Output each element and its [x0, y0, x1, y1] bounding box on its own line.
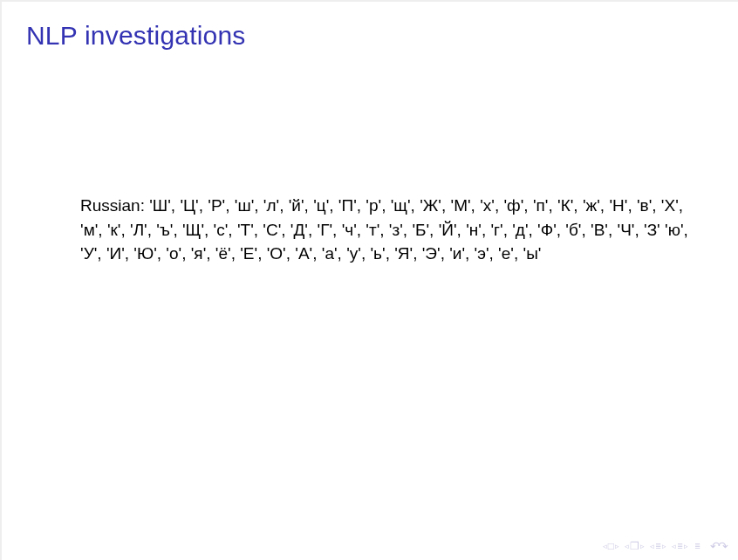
content-label: Russian: [80, 196, 145, 215]
slide-content: Russian: 'Ш', 'Ц', 'Р', 'ш', 'л', 'й', '… [80, 194, 691, 266]
triangle-right-icon: ▹ [662, 543, 666, 550]
triangle-right-icon: ▹ [684, 543, 688, 550]
lines-icon: ≡ [654, 541, 661, 551]
nav-section[interactable]: ◃ ≡ ▹ [650, 541, 666, 551]
triangle-right-icon: ▹ [640, 543, 645, 550]
beamer-nav-bar: ◃ □ ▹ ◃ ❐ ▹ ◃ ≡ ▹ ◃ ≡ ▹ ≡ ↶↷ [603, 539, 726, 553]
nav-go-back-forward[interactable]: ↶↷ [707, 539, 726, 553]
nav-first-slide[interactable]: ◃ □ ▹ [603, 541, 619, 551]
lines-icon: ≡ [694, 541, 700, 551]
nav-subsection[interactable]: ◃ ≡ ▹ [672, 541, 688, 551]
box-icon: □ [607, 541, 615, 551]
slide-title: NLP investigations [26, 21, 246, 51]
lines-icon: ≡ [676, 541, 683, 551]
triangle-left-icon: ◃ [650, 543, 654, 550]
nav-prev-slide[interactable]: ◃ ❐ ▹ [625, 541, 645, 551]
page-icon: ❐ [629, 541, 640, 551]
triangle-right-icon: ▹ [615, 543, 619, 550]
nav-current-line: ≡ [694, 541, 701, 551]
content-list: 'Ш', 'Ц', 'Р', 'ш', 'л', 'й', 'ц', 'П', … [80, 196, 688, 263]
triangle-left-icon: ◃ [672, 543, 676, 550]
